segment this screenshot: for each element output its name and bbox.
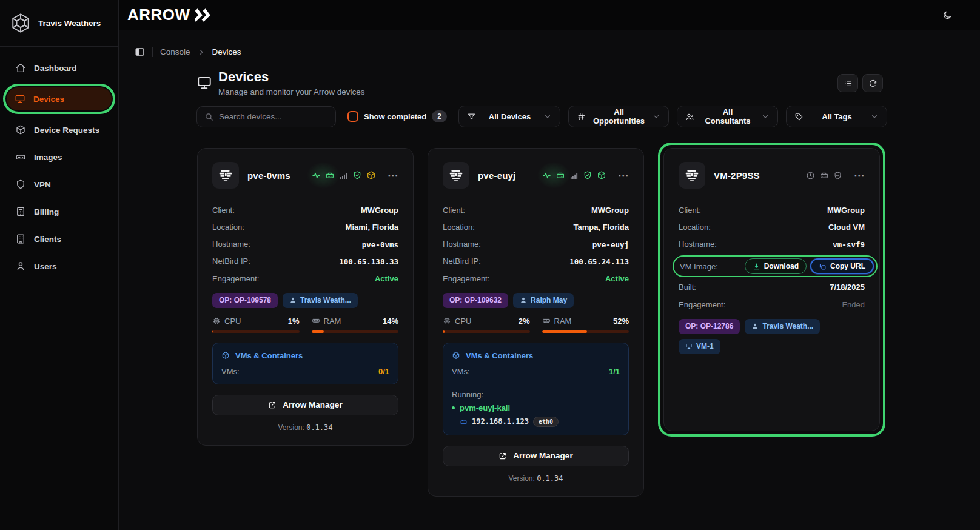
cpu-meter: CPU 1% (212, 317, 300, 333)
interface-badge: eth0 (533, 417, 559, 427)
computer-icon (685, 343, 693, 350)
list-icon (844, 79, 853, 88)
show-completed-checkbox[interactable] (347, 111, 358, 122)
sidebar-item-device-requests[interactable]: Device Requests (7, 118, 111, 141)
location-value: Tampa, Florida (574, 221, 629, 233)
device-card-pve-0vms: pve-0vms ⋯ Client:MWGroup Location:Miami… (197, 148, 414, 446)
sidebar-item-vpn[interactable]: VPN (7, 173, 111, 196)
download-icon (753, 263, 760, 270)
sidebar-item-billing[interactable]: Billing (7, 200, 111, 223)
hostname-value: pve-euyj (592, 239, 629, 250)
chevron-right-icon (198, 49, 205, 56)
cpu-percent: 2% (519, 317, 530, 326)
built-date: 7/18/2025 (830, 281, 865, 294)
cube-icon (597, 170, 606, 180)
device-cards: pve-0vms ⋯ Client:MWGroup Location:Miami… (197, 148, 980, 497)
arrow-manager-button[interactable]: Arrow Manager (443, 446, 629, 466)
devices-highlight-ring: Devices (3, 84, 115, 114)
chevron-down-icon (652, 112, 660, 121)
sidebar-item-devices[interactable]: Devices (7, 87, 112, 110)
cube-icon (366, 170, 376, 180)
main-content: Console Devices Devices Manage and monit… (119, 30, 980, 530)
copy-icon (819, 263, 827, 270)
sidebar-item-images[interactable]: Images (7, 146, 111, 169)
person-icon (751, 323, 759, 330)
ram-percent: 52% (613, 317, 629, 326)
brand-logo-text: ARROW (127, 5, 190, 24)
shield-icon (15, 179, 26, 190)
hostname-value: pve-0vms (362, 239, 398, 250)
show-completed-control: Show completed 2 (344, 110, 451, 122)
consultant-filter-dropdown[interactable]: All Consultants (677, 106, 778, 127)
vms-containers-panel: VMs & Containers VMs:0/1 (212, 343, 398, 384)
card-menu-button[interactable]: ⋯ (618, 169, 629, 182)
ethernet-port-icon (325, 170, 335, 180)
home-icon (15, 62, 26, 73)
card-menu-button[interactable]: ⋯ (388, 169, 398, 182)
cpu-icon (443, 317, 451, 325)
chevron-down-icon (543, 112, 552, 121)
consultant-badge[interactable]: Ralph May (513, 293, 574, 308)
proxmox-glitch-logo-icon (218, 167, 233, 183)
hostname-value: vm-svf9 (833, 239, 865, 250)
activity-pulse-icon (312, 171, 321, 180)
resource-meters: CPU 1% RAM 14% (212, 317, 398, 333)
cpu-icon (212, 317, 221, 325)
vm-image-label: VM Image: (680, 262, 745, 271)
dark-mode-toggle[interactable] (942, 10, 952, 20)
ethernet-port-icon (460, 418, 468, 426)
tag-filter-dropdown[interactable]: All Tags (786, 106, 887, 127)
search-box (196, 106, 336, 127)
sidebar: Travis Weathers Dashboard Devices Device… (0, 0, 119, 530)
breadcrumb-console[interactable]: Console (160, 47, 190, 56)
opportunity-filter-dropdown[interactable]: All Opportunities (568, 106, 669, 127)
arrow-manager-button[interactable]: Arrow Manager (212, 395, 398, 415)
cube-icon (221, 351, 230, 360)
proxmox-glitch-logo-icon (448, 167, 464, 183)
shield-check-icon (833, 171, 842, 180)
user-profile[interactable]: Travis Weathers (0, 0, 118, 47)
tag-icon (794, 112, 804, 121)
search-input[interactable] (219, 112, 328, 121)
card-menu-button[interactable]: ⋯ (854, 169, 865, 182)
signal-bars-icon (569, 171, 579, 180)
activity-pulse-icon (542, 171, 551, 180)
device-filter-dropdown[interactable]: All Devices (458, 106, 560, 127)
sidebar-item-clients[interactable]: Clients (7, 227, 111, 250)
netbird-ip-value: 100.65.24.113 (569, 256, 629, 267)
opportunity-badge[interactable]: OP: OP-12786 (679, 319, 740, 334)
opportunity-badge[interactable]: OP: OP-109632 (443, 293, 508, 308)
ram-bar (312, 330, 324, 333)
cpu-bar (212, 330, 213, 333)
sidebar-item-users[interactable]: Users (7, 255, 111, 278)
refresh-button[interactable] (862, 74, 883, 92)
client-value: MWGroup (827, 204, 865, 216)
sidebar-toggle-button[interactable] (135, 47, 145, 57)
ram-meter: RAM 52% (542, 317, 629, 333)
calculator-icon (15, 206, 26, 217)
client-value: MWGroup (361, 204, 398, 216)
memory-icon (542, 317, 551, 325)
building-icon (15, 233, 26, 244)
ram-bar (542, 330, 588, 333)
download-button[interactable]: Download (745, 258, 807, 274)
vm-badge[interactable]: VM-1 (679, 339, 720, 354)
resource-meters: CPU 2% RAM 52% (443, 317, 629, 333)
list-view-button[interactable] (837, 74, 858, 92)
device-status-icons (542, 170, 606, 180)
engagement-status: Active (375, 273, 398, 285)
page-title: Devices (218, 69, 365, 85)
opportunity-badge[interactable]: OP: OP-109578 (212, 293, 278, 308)
divider (443, 383, 628, 383)
consultant-badge[interactable]: Travis Weath... (283, 293, 358, 308)
brand-chevrons-icon (195, 8, 213, 22)
device-logo (443, 162, 469, 189)
ethernet-port-icon (555, 170, 565, 180)
brand-logo[interactable]: ARROW (127, 5, 213, 24)
copy-url-button[interactable]: Copy URL (810, 258, 874, 274)
sidebar-item-dashboard[interactable]: Dashboard (7, 56, 111, 79)
consultant-badge[interactable]: Travis Weath... (745, 319, 820, 334)
location-value: Cloud VM (828, 221, 865, 233)
external-link-icon (498, 452, 507, 460)
agent-version: Version: 0.1.34 (212, 423, 398, 432)
